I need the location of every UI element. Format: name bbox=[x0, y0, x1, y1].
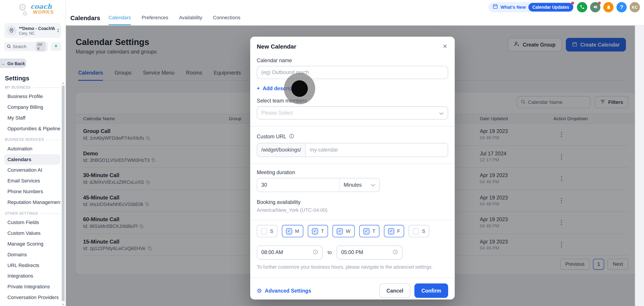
url-prefix: /widget/bookings/ bbox=[257, 143, 306, 156]
search-input[interactable] bbox=[13, 44, 34, 49]
calendar-updates-button[interactable]: Calendar Updates bbox=[528, 3, 573, 12]
weekday-checkboxes: S✓M✓T✓W✓T✓FS bbox=[257, 225, 448, 237]
settings-menu: MY BUSINESSBusiness ProfileCompany Billi… bbox=[0, 85, 66, 303]
sidebar-item-domains[interactable]: Domains bbox=[4, 249, 60, 260]
sidebar-scrollbar[interactable]: ▲ ▼ bbox=[61, 82, 65, 306]
section-label: MY BUSINESS bbox=[5, 85, 31, 89]
sidebar-item-email-services[interactable]: Email Services bbox=[4, 175, 60, 186]
account-location: Cary, NC bbox=[19, 31, 55, 35]
section-divider bbox=[41, 213, 60, 214]
team-members-select[interactable]: Please Select bbox=[257, 106, 448, 120]
close-icon[interactable]: ✕ bbox=[442, 43, 448, 50]
cancel-button[interactable]: Cancel bbox=[380, 283, 410, 298]
calendar-name-field[interactable] bbox=[257, 66, 448, 79]
account-switcher[interactable]: **Demo - CoachWor... Cary, NC ▴▾ bbox=[4, 23, 61, 38]
app-root: ⚙ ⚙ coach WORKS **Demo - CoachWor... Car… bbox=[0, 0, 644, 306]
sidebar-item-custom-fields[interactable]: Custom Fields bbox=[4, 217, 60, 228]
sidebar-search[interactable]: ctrl K bbox=[4, 42, 48, 51]
sidebar-item-calendars[interactable]: Calendars bbox=[4, 154, 60, 165]
page-scrollbar[interactable] bbox=[635, 26, 644, 306]
duration-value-field[interactable] bbox=[257, 178, 340, 192]
tab-availability[interactable]: Availability bbox=[179, 15, 202, 25]
calendar-name-label: Calendar name bbox=[257, 58, 448, 64]
duration-unit-select[interactable]: Minutes bbox=[340, 178, 380, 192]
sidebar-item-automation[interactable]: Automation bbox=[4, 143, 60, 154]
page-title: Calendars bbox=[70, 14, 100, 25]
plus-icon: + bbox=[257, 86, 260, 92]
start-time-input[interactable]: 08:00 AM bbox=[257, 245, 322, 260]
tab-calendars[interactable]: Calendars bbox=[108, 15, 131, 25]
add-description-link[interactable]: + Add description bbox=[257, 86, 448, 92]
phone-button[interactable] bbox=[577, 2, 587, 12]
day-checkbox-w[interactable]: ✓W bbox=[333, 225, 355, 237]
go-back-button[interactable]: ← Go Back bbox=[0, 59, 26, 68]
sidebar-item-my-staff[interactable]: My Staff bbox=[4, 112, 60, 123]
section-label: BUSINESS SERVICES bbox=[5, 138, 44, 142]
sidebar-item-conversation-ai[interactable]: Conversation AI bbox=[4, 165, 60, 175]
checkbox-checked-icon: ✓ bbox=[337, 228, 343, 234]
lightning-bolt-icon bbox=[54, 43, 58, 50]
scrollbar-up-icon[interactable]: ▲ bbox=[61, 82, 65, 84]
to-label: to bbox=[328, 250, 332, 255]
end-time-input[interactable]: 05:00 PM bbox=[336, 245, 402, 260]
sidebar-item-url-redirects[interactable]: URL Redirects bbox=[4, 260, 60, 271]
tab-preferences[interactable]: Preferences bbox=[142, 15, 168, 25]
day-checkbox-s[interactable]: S bbox=[257, 225, 277, 237]
sidebar-item-custom-values[interactable]: Custom Values bbox=[4, 228, 60, 239]
sidebar-item-integrations[interactable]: Integrations bbox=[4, 271, 60, 281]
sidebar-item-opportunities-pipelines[interactable]: Opportunities & Pipelines bbox=[4, 123, 60, 134]
day-letter: W bbox=[346, 228, 350, 234]
quick-actions-button[interactable] bbox=[50, 42, 61, 51]
checkbox-checked-icon: ✓ bbox=[388, 228, 394, 234]
advanced-settings-link[interactable]: ⚙ Advanced Settings bbox=[257, 287, 311, 294]
day-checkbox-f[interactable]: ✓F bbox=[384, 225, 404, 237]
info-icon bbox=[289, 133, 294, 140]
search-icon bbox=[6, 43, 11, 50]
search-shortcut-badge: ctrl K bbox=[36, 42, 46, 52]
divider bbox=[250, 220, 455, 220]
confirm-button[interactable]: Confirm bbox=[414, 283, 448, 298]
back-arrow-icon: ← bbox=[1, 61, 6, 66]
timezone-text: America/New_York (UTC-04:00) bbox=[257, 207, 448, 213]
day-checkbox-s[interactable]: S bbox=[409, 225, 429, 237]
account-chevron-icons: ▴▾ bbox=[58, 28, 59, 33]
menu-section-my-business: MY BUSINESS bbox=[5, 85, 60, 89]
sidebar-item-conversation-providers[interactable]: Conversation Providers bbox=[4, 292, 60, 303]
day-checkbox-t[interactable]: ✓T bbox=[359, 225, 380, 237]
sidebar-item-company-billing[interactable]: Company Billing bbox=[4, 102, 60, 113]
tab-connections[interactable]: Connections bbox=[213, 15, 240, 25]
sidebar-item-phone-numbers[interactable]: Phone Numbers bbox=[4, 186, 60, 197]
modal-title: New Calendar bbox=[257, 43, 296, 50]
notification-dot bbox=[571, 1, 574, 4]
team-members-label: Select team members bbox=[257, 98, 448, 104]
user-avatar[interactable]: KC bbox=[630, 2, 640, 12]
notifications-bell-button[interactable] bbox=[603, 2, 614, 12]
help-button[interactable]: ? bbox=[616, 2, 627, 12]
logo-text-works: WORKS bbox=[33, 9, 54, 15]
sidebar-item-reputation-management[interactable]: Reputation Management bbox=[4, 197, 60, 208]
whats-new-label: What's New bbox=[501, 5, 526, 10]
day-checkbox-t[interactable]: ✓T bbox=[308, 225, 328, 237]
section-label: OTHER SETTINGS bbox=[5, 211, 38, 215]
menu-section-other-settings: OTHER SETTINGS bbox=[5, 211, 60, 215]
checkbox-unchecked-icon bbox=[413, 228, 419, 234]
sidebar-item-business-profile[interactable]: Business Profile bbox=[4, 91, 60, 102]
section-divider bbox=[34, 87, 60, 88]
day-letter: M bbox=[295, 228, 299, 234]
checkbox-checked-icon: ✓ bbox=[312, 228, 318, 234]
day-checkbox-m[interactable]: ✓M bbox=[282, 225, 304, 237]
booking-availability-label: Booking availability bbox=[257, 199, 448, 205]
scrollbar-thumb[interactable] bbox=[62, 86, 64, 301]
notification-dot bbox=[598, 1, 601, 4]
sidebar-item-manage-scoring[interactable]: Manage Scoring bbox=[4, 239, 60, 249]
custom-url-field[interactable] bbox=[306, 143, 448, 156]
sidebar-item-private-integrations[interactable]: Private Integrations bbox=[4, 281, 60, 292]
chevron-down-icon bbox=[439, 109, 444, 117]
clock-icon bbox=[313, 249, 318, 256]
scrollbar-down-icon[interactable]: ▼ bbox=[61, 303, 65, 305]
whats-new-calendar-icon bbox=[493, 3, 498, 11]
checkbox-checked-icon: ✓ bbox=[363, 228, 370, 234]
business-hours-note: To further customize your business hours… bbox=[257, 264, 448, 269]
whats-new-pill[interactable]: What's New Calendar Updates bbox=[488, 2, 574, 12]
announcements-megaphone-button[interactable] bbox=[590, 2, 600, 12]
